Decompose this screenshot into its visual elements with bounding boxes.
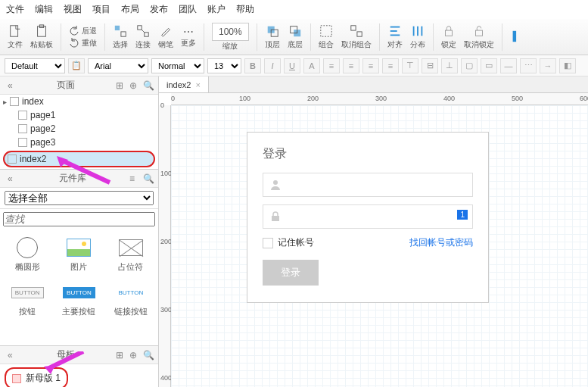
bold-icon[interactable]: B (244, 58, 261, 73)
tree-index2[interactable]: index2 (3, 151, 155, 167)
password-input[interactable]: 1 (263, 204, 473, 229)
menu-edit[interactable]: 编辑 (35, 3, 53, 16)
tool-right-block[interactable] (507, 30, 527, 45)
weight-select[interactable]: Normal (151, 58, 204, 73)
tab-index2[interactable]: index2× (159, 76, 209, 92)
valign-mid-icon[interactable]: ⊟ (422, 58, 438, 73)
add-master-icon[interactable]: ⊕ (129, 350, 140, 360)
tree-page2[interactable]: page2 (0, 122, 158, 136)
tool-select[interactable]: 选择 (110, 24, 131, 50)
menu-file[interactable]: 文件 (6, 3, 24, 16)
menu-view[interactable]: 视图 (64, 3, 82, 16)
valign-top-icon[interactable]: ⊤ (402, 58, 418, 73)
masters-header: « 母板 ⊞ ⊕ 🔍 (0, 346, 158, 364)
valign-bot-icon[interactable]: ⊥ (441, 58, 458, 73)
tree-page1[interactable]: page1 (0, 108, 158, 122)
widget-grid: 椭圆形 图片 占位符 BUTTON按钮 BUTTON主要按钮 BUTTON链接按… (0, 229, 158, 325)
master-icon (12, 374, 21, 383)
menu-account[interactable]: 账户 (207, 3, 226, 16)
tool-file[interactable]: 文件 (5, 24, 26, 50)
tool-undo-redo: 后退 重做 (66, 26, 100, 48)
tool-group-btn[interactable]: 组合 (316, 24, 337, 50)
tool-redo[interactable]: 重做 (69, 38, 97, 48)
menu-layout[interactable]: 布局 (121, 3, 139, 16)
add-folder-icon[interactable]: ⊞ (116, 80, 126, 91)
username-input[interactable] (263, 173, 473, 197)
copy-style-icon[interactable]: 📋 (68, 58, 85, 73)
masters-panel: « 母板 ⊞ ⊕ 🔍 新母版 1 (0, 345, 158, 387)
shadow-icon[interactable]: ◧ (559, 58, 576, 73)
menu-help[interactable]: 帮助 (236, 3, 254, 16)
login-title: 登录 (263, 146, 473, 162)
add-page-icon[interactable]: ⊕ (129, 80, 140, 91)
align-center-icon[interactable]: ≡ (362, 58, 379, 73)
tool-unlock[interactable]: 取消锁定 (461, 24, 497, 50)
arrow-icon[interactable]: → (540, 58, 556, 73)
svg-line-7 (142, 30, 145, 33)
ruler-vertical: 0 100 200 300 400 (159, 105, 171, 387)
widget-link-button[interactable]: BUTTON链接按钮 (110, 282, 152, 317)
italic-icon[interactable]: I (264, 58, 281, 73)
add-master-folder-icon[interactable]: ⊞ (116, 350, 126, 360)
collapse-widlib-icon[interactable]: « (8, 173, 18, 184)
login-button[interactable]: 登录 (263, 260, 319, 286)
widlib-select[interactable]: 选择全部 (5, 191, 154, 205)
line-width-icon[interactable]: — (500, 58, 517, 73)
bullet-icon[interactable]: ≡ (323, 58, 340, 73)
tool-bottom[interactable]: 底层 (285, 24, 306, 50)
format-bar: Default 📋 Arial Normal 13 B I U A ≡ ≡ ≡ … (0, 55, 588, 76)
login-widget[interactable]: 登录 1 记住帐号 找回帐号或密码 登录 (247, 132, 489, 303)
remember-checkbox[interactable]: 记住帐号 (263, 236, 314, 249)
tool-paste[interactable]: 粘贴板 (27, 24, 56, 50)
tool-pen[interactable]: 钢笔 (155, 24, 176, 50)
user-icon (269, 179, 282, 191)
search-pages-icon[interactable]: 🔍 (143, 80, 154, 91)
svg-rect-0 (11, 25, 18, 36)
tool-ungroup[interactable]: 取消组合 (338, 24, 375, 50)
widget-placeholder[interactable]: 占位符 (110, 237, 152, 273)
tree-root[interactable]: ▸index (0, 95, 158, 108)
main-toolbar: 文件 粘贴板 后退 重做 选择 连接 钢笔 ⋯更多 100%缩放 顶层 底层 组… (0, 19, 588, 55)
canvas-area: index2× 0 100 200 300 400 500 600 0 100 … (159, 76, 588, 387)
widget-button[interactable]: BUTTON按钮 (6, 282, 48, 317)
tool-zoom[interactable]: 100%缩放 (209, 23, 252, 51)
fill-icon[interactable]: ▢ (461, 58, 478, 73)
widlib-menu-icon[interactable]: ≡ (129, 173, 140, 184)
size-select[interactable]: 13 (207, 58, 241, 73)
collapse-icon[interactable]: « (8, 80, 18, 91)
align-left-icon[interactable]: ≡ (343, 58, 359, 73)
align-right-icon[interactable]: ≡ (382, 58, 399, 73)
tool-align[interactable]: 对齐 (384, 24, 406, 50)
tool-connect[interactable]: 连接 (132, 24, 154, 50)
ruler-horizontal: 0 100 200 300 400 500 600 (171, 93, 588, 105)
style-select[interactable]: Default (5, 58, 65, 73)
collapse-masters-icon[interactable]: « (8, 350, 18, 360)
widget-image[interactable]: 图片 (58, 237, 100, 273)
tool-distribute[interactable]: 分布 (407, 24, 428, 50)
left-sidebar: « 页面 ⊞ ⊕ 🔍 ▸index page1 page2 page3 inde… (0, 76, 159, 387)
menu-publish[interactable]: 发布 (150, 3, 168, 16)
widget-ellipse[interactable]: 椭圆形 (6, 237, 48, 273)
tool-lock[interactable]: 锁定 (438, 24, 459, 50)
search-masters-icon[interactable]: 🔍 (143, 350, 154, 360)
tool-top[interactable]: 顶层 (262, 24, 283, 50)
widget-primary-button[interactable]: BUTTON主要按钮 (58, 282, 100, 317)
menu-project[interactable]: 项目 (92, 3, 110, 16)
color-icon[interactable]: A (303, 58, 320, 73)
widlib-search-input[interactable] (3, 212, 155, 226)
svg-rect-21 (445, 30, 452, 36)
forgot-link[interactable]: 找回帐号或密码 (409, 236, 473, 249)
font-select[interactable]: Arial (88, 58, 148, 73)
menu-team[interactable]: 团队 (179, 3, 197, 16)
border-icon[interactable]: ▭ (481, 58, 497, 73)
tree-page3[interactable]: page3 (0, 136, 158, 149)
tool-more[interactable]: ⋯更多 (178, 26, 199, 48)
line-style-icon[interactable]: ⋯ (520, 58, 537, 73)
tool-undo[interactable]: 后退 (69, 26, 97, 36)
search-widlib-icon[interactable]: 🔍 (143, 173, 154, 184)
underline-icon[interactable]: U (284, 58, 300, 73)
close-tab-icon[interactable]: × (195, 80, 200, 89)
master-item-1[interactable]: 新母版 1 (5, 367, 68, 387)
svg-rect-13 (351, 25, 356, 30)
canvas[interactable]: 登录 1 记住帐号 找回帐号或密码 登录 (171, 105, 588, 387)
